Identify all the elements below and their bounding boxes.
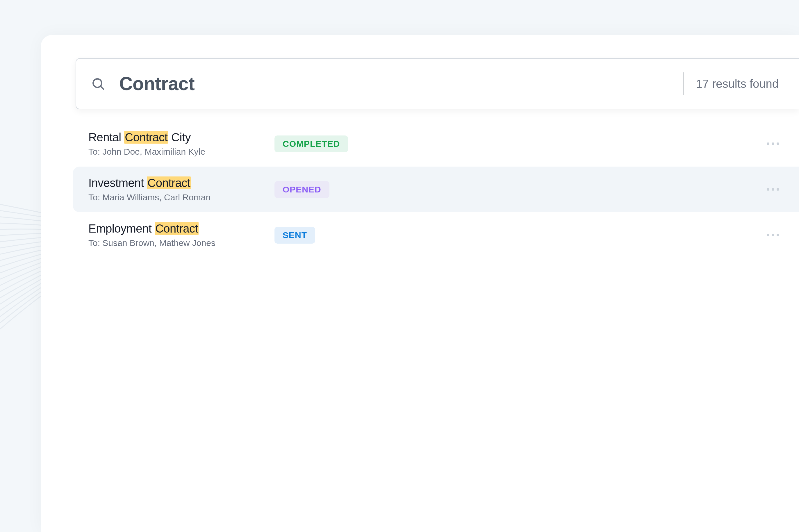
result-main: Rental Contract CityTo: John Doe, Maximi…	[89, 131, 274, 157]
title-highlight: Contract	[124, 131, 168, 144]
status-badge: OPENED	[274, 181, 329, 198]
search-input[interactable]	[119, 73, 684, 94]
title-highlight: Contract	[147, 176, 191, 189]
search-panel: 17 results found Rental Contract CityTo:…	[41, 35, 799, 532]
text-caret	[684, 72, 684, 95]
more-col	[758, 231, 782, 239]
title-pre: Investment	[89, 176, 147, 189]
result-row[interactable]: Employment ContractTo: Susan Brown, Math…	[73, 212, 799, 258]
more-col	[758, 186, 782, 193]
more-icon[interactable]	[764, 140, 782, 147]
status-col: COMPLETED	[274, 135, 758, 152]
status-col: SENT	[274, 227, 758, 244]
svg-line-1	[101, 86, 103, 89]
title-pre: Rental	[89, 131, 124, 144]
more-icon[interactable]	[764, 186, 782, 193]
title-pre: Employment	[89, 222, 155, 235]
title-highlight: Contract	[155, 222, 198, 235]
result-recipients: To: Susan Brown, Mathew Jones	[89, 238, 266, 248]
result-main: Investment ContractTo: Maria Williams, C…	[89, 176, 274, 202]
more-icon[interactable]	[764, 231, 782, 239]
search-bar[interactable]: 17 results found	[76, 58, 799, 109]
result-recipients: To: John Doe, Maximilian Kyle	[89, 147, 266, 157]
status-badge: SENT	[274, 227, 315, 244]
result-title: Employment Contract	[89, 222, 266, 235]
more-col	[758, 140, 782, 147]
result-row[interactable]: Investment ContractTo: Maria Williams, C…	[73, 167, 799, 212]
status-badge: COMPLETED	[274, 135, 348, 152]
results-list: Rental Contract CityTo: John Doe, Maximi…	[73, 121, 799, 258]
result-title: Rental Contract City	[89, 131, 266, 144]
results-count: 17 results found	[696, 77, 784, 90]
search-icon	[91, 76, 105, 91]
status-col: OPENED	[274, 181, 758, 198]
result-row[interactable]: Rental Contract CityTo: John Doe, Maximi…	[73, 121, 799, 167]
result-title: Investment Contract	[89, 176, 266, 190]
result-recipients: To: Maria Williams, Carl Roman	[89, 192, 266, 202]
result-main: Employment ContractTo: Susan Brown, Math…	[89, 222, 274, 248]
title-post: City	[168, 131, 191, 144]
